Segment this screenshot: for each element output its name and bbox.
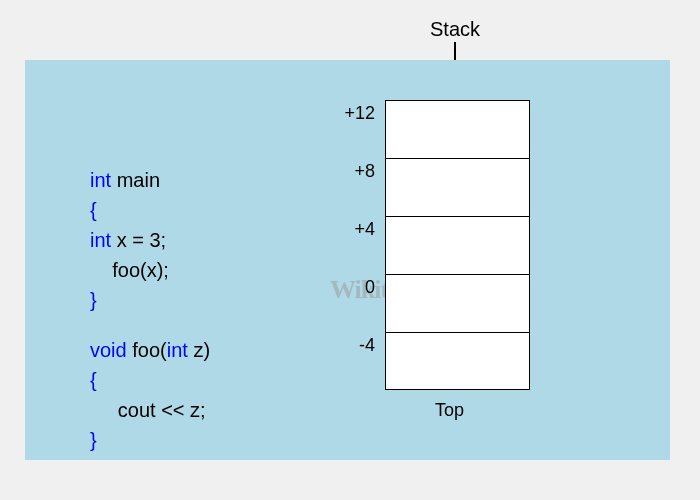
keyword: void	[90, 339, 127, 361]
brace: {	[90, 365, 210, 395]
stack-title: Stack	[430, 18, 480, 41]
brace: }	[90, 285, 210, 315]
code-block: int main { int x = 3; foo(x); } void foo…	[90, 165, 210, 455]
stack-cell	[385, 332, 530, 390]
code-text: foo(x);	[90, 255, 210, 285]
top-label: Top	[435, 400, 464, 421]
brace: }	[90, 425, 210, 455]
code-text: main	[111, 169, 160, 191]
stack-cell	[385, 158, 530, 216]
stack-diagram	[385, 100, 530, 390]
stack-cell	[385, 274, 530, 332]
stack-cell	[385, 100, 530, 158]
offset-labels: +12 +8 +4 0 -4	[330, 100, 375, 390]
stack-cell	[385, 216, 530, 274]
code-text: x = 3;	[111, 229, 166, 251]
code-text: foo(	[127, 339, 167, 361]
offset-value: +8	[330, 158, 375, 216]
brace: {	[90, 195, 210, 225]
keyword: int	[167, 339, 188, 361]
offset-value: +4	[330, 216, 375, 274]
offset-value: -4	[330, 332, 375, 390]
offset-value: +12	[330, 100, 375, 158]
offset-value: 0	[330, 274, 375, 332]
keyword: int	[90, 169, 111, 191]
keyword: int	[90, 229, 111, 251]
code-text: cout << z;	[90, 395, 210, 425]
code-text: z)	[188, 339, 210, 361]
